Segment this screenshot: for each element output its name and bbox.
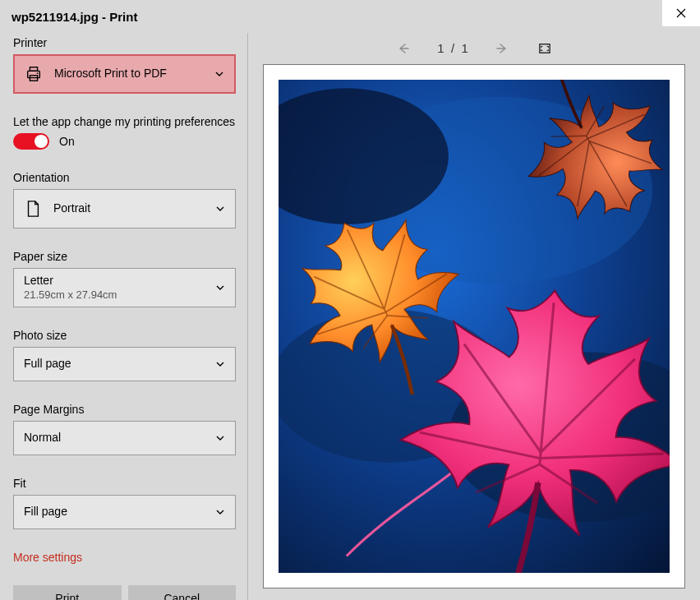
chevron-down-icon <box>214 69 224 79</box>
apply-preferences-label: Let the app change my printing preferenc… <box>13 115 236 128</box>
orientation-value: Portrait <box>53 201 215 216</box>
print-button[interactable]: Print <box>13 585 122 600</box>
fit-value: Fill page <box>24 505 215 519</box>
orientation-label: Orientation <box>13 171 236 184</box>
photo-size-dropdown[interactable]: Full page <box>13 347 236 381</box>
page-separator: / <box>451 41 454 55</box>
chevron-down-icon <box>215 204 225 214</box>
cancel-button[interactable]: Cancel <box>128 585 237 600</box>
fit-label: Fit <box>13 477 236 490</box>
chevron-down-icon <box>215 359 225 369</box>
apply-preferences-toggle[interactable] <box>13 133 49 150</box>
page-margins-label: Page Margins <box>13 403 236 416</box>
printer-value: Microsoft Print to PDF <box>54 67 214 81</box>
preview-frame <box>263 64 685 588</box>
printer-icon <box>25 65 43 83</box>
chevron-down-icon <box>215 433 225 443</box>
page-margins-dropdown[interactable]: Normal <box>13 421 236 455</box>
printer-dropdown[interactable]: Microsoft Print to PDF <box>13 54 236 94</box>
close-button[interactable] <box>662 0 700 26</box>
page-icon <box>24 200 42 218</box>
next-page-button[interactable] <box>492 39 512 58</box>
window-title: wp5211914.jpg - Print <box>12 10 137 24</box>
paper-size-label: Paper size <box>13 250 236 263</box>
more-settings-link[interactable]: More settings <box>13 551 236 564</box>
preview-pager: 1 / 1 <box>248 33 700 64</box>
fullscreen-button[interactable] <box>535 39 555 58</box>
current-page: 1 <box>437 41 444 55</box>
preview-image <box>279 80 670 573</box>
fullscreen-icon <box>537 43 552 54</box>
chevron-down-icon <box>215 283 225 293</box>
close-icon <box>676 8 686 18</box>
orientation-dropdown[interactable]: Portrait <box>13 189 236 228</box>
apply-preferences-state: On <box>59 135 75 148</box>
paper-size-dropdown[interactable]: Letter 21.59cm x 27.94cm <box>13 268 236 307</box>
settings-panel: Printer Microsoft Print to PDF Let the a… <box>2 33 248 600</box>
fit-dropdown[interactable]: Fill page <box>13 495 236 529</box>
paper-size-value: Letter <box>24 274 215 288</box>
svg-point-3 <box>37 72 39 74</box>
title-bar: wp5211914.jpg - Print <box>0 0 700 33</box>
page-margins-value: Normal <box>24 431 215 445</box>
svg-rect-1 <box>30 67 37 72</box>
prev-page-button[interactable] <box>394 39 413 58</box>
page-indicator: 1 / 1 <box>428 41 477 55</box>
chevron-down-icon <box>215 507 225 517</box>
arrow-right-icon <box>495 42 509 55</box>
paper-size-dimensions: 21.59cm x 27.94cm <box>24 288 215 302</box>
photo-size-value: Full page <box>24 357 215 372</box>
photo-size-label: Photo size <box>13 329 236 342</box>
preview-area: 1 / 1 <box>248 33 700 600</box>
total-pages: 1 <box>461 41 467 55</box>
printer-label: Printer <box>13 36 236 49</box>
arrow-left-icon <box>397 42 410 55</box>
svg-rect-4 <box>540 44 550 53</box>
